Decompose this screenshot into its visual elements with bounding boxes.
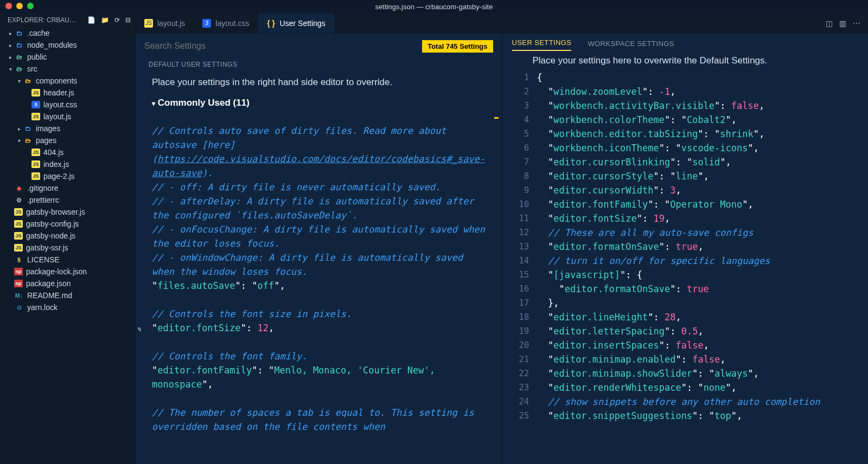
new-file-icon[interactable]: 📄 [87, 16, 95, 24]
file-tree-item[interactable]: JSgatsby-ssr.js [0, 242, 135, 254]
total-settings-badge: Total 745 Settings [422, 40, 493, 53]
explorer-header: EXPLORER: CRBAU… 📄 📁 ⟳ ⊟ [0, 13, 135, 27]
settings-scope-tab[interactable]: WORKSPACE SETTINGS [588, 40, 674, 51]
file-tree-item[interactable]: JSpage-2.js [0, 170, 135, 182]
overview-ruler-mark [494, 117, 499, 119]
file-tree-item[interactable]: ▸🗀.cache [0, 27, 135, 39]
window-controls [5, 3, 34, 9]
explorer-sidebar: EXPLORER: CRBAU… 📄 📁 ⟳ ⊟ ▸🗀.cache▸🗀node_… [0, 13, 136, 464]
file-tree-item[interactable]: ▸🗁public [0, 51, 135, 63]
file-tree-item[interactable]: ⚙.prettierrc [0, 194, 135, 206]
refresh-icon[interactable]: ⟳ [114, 16, 120, 24]
edit-pencil-icon[interactable]: ✎ [137, 322, 141, 336]
default-settings-pane: Total 745 Settings DEFAULT USER SETTINGS… [136, 34, 502, 464]
file-tree-item[interactable]: JSgatsby-config.js [0, 218, 135, 230]
title-bar: settings.json — crbaucom-gatsby-site [0, 0, 868, 13]
maximize-window-icon[interactable] [27, 3, 34, 9]
default-settings-code[interactable]: // Controls auto save of dirty files. Re… [152, 124, 489, 434]
file-tree-item[interactable]: M↓README.md [0, 289, 135, 301]
file-tree-item[interactable]: JS404.js [0, 146, 135, 158]
default-user-settings-label: DEFAULT USER SETTINGS [136, 59, 502, 70]
file-tree-item[interactable]: ▸🗀images [0, 123, 135, 134]
file-tree-item[interactable]: JSlayout.js [0, 111, 135, 123]
editor-tabs: JSlayout.js3layout.css{ }User Settings ◫… [136, 13, 868, 34]
file-tree-item[interactable]: ◆.gitignore [0, 182, 135, 194]
file-tree-item[interactable]: ▾🗁src [0, 63, 135, 75]
file-tree-item[interactable]: JSheader.js [0, 87, 135, 99]
line-gutter: 1234567891011121314151617181920212223242… [506, 69, 529, 464]
file-tree-item[interactable]: nppackage.json [0, 278, 135, 289]
window-title: settings.json — crbaucom-gatsby-site [375, 3, 493, 11]
more-actions-icon[interactable]: ⋯ [853, 19, 860, 28]
minimize-window-icon[interactable] [16, 3, 23, 9]
settings-scope-tabs: USER SETTINGSWORKSPACE SETTINGS [502, 34, 869, 51]
file-tree-item[interactable]: JSgatsby-node.js [0, 230, 135, 242]
split-editor-icon[interactable]: ▥ [839, 19, 846, 28]
file-tree-item[interactable]: ⊙yarn.lock [0, 301, 135, 313]
file-tree-item[interactable]: nppackage-lock.json [0, 266, 135, 278]
file-tree[interactable]: ▸🗀.cache▸🗀node_modules▸🗁public▾🗁src▾🗁com… [0, 27, 135, 464]
editor-tab[interactable]: 3layout.css [194, 13, 258, 33]
close-window-icon[interactable] [5, 3, 12, 9]
user-settings-editor[interactable]: { "window.zoomLevel": -1, "workbench.act… [529, 69, 869, 464]
editor-tab[interactable]: { }User Settings [258, 13, 334, 33]
settings-scope-tab[interactable]: USER SETTINGS [512, 38, 572, 51]
file-tree-item[interactable]: 3layout.css [0, 99, 135, 111]
collapse-icon[interactable]: ⊟ [125, 16, 131, 24]
user-settings-pane: USER SETTINGSWORKSPACE SETTINGS Place yo… [502, 34, 869, 464]
default-settings-hint: Place your settings in the right hand si… [152, 77, 489, 88]
file-tree-item[interactable]: JSgatsby-browser.js [0, 206, 135, 218]
new-folder-icon[interactable]: 📁 [101, 16, 109, 24]
user-settings-hint: Place your settings here to overwrite th… [502, 51, 869, 69]
editor-tab[interactable]: JSlayout.js [136, 13, 194, 33]
file-tree-item[interactable]: ▾🗁pages [0, 134, 135, 146]
search-settings-input[interactable] [144, 41, 422, 51]
file-tree-item[interactable]: ▸🗀node_modules [0, 39, 135, 51]
explorer-title: EXPLORER: CRBAU… [8, 16, 76, 24]
file-tree-item[interactable]: ▾🗁components [0, 75, 135, 87]
file-tree-item[interactable]: §LICENSE [0, 254, 135, 266]
file-tree-item[interactable]: JSindex.js [0, 158, 135, 170]
commonly-used-header[interactable]: ▾ Commonly Used (11) [152, 98, 489, 108]
open-preview-icon[interactable]: ◫ [826, 19, 833, 28]
